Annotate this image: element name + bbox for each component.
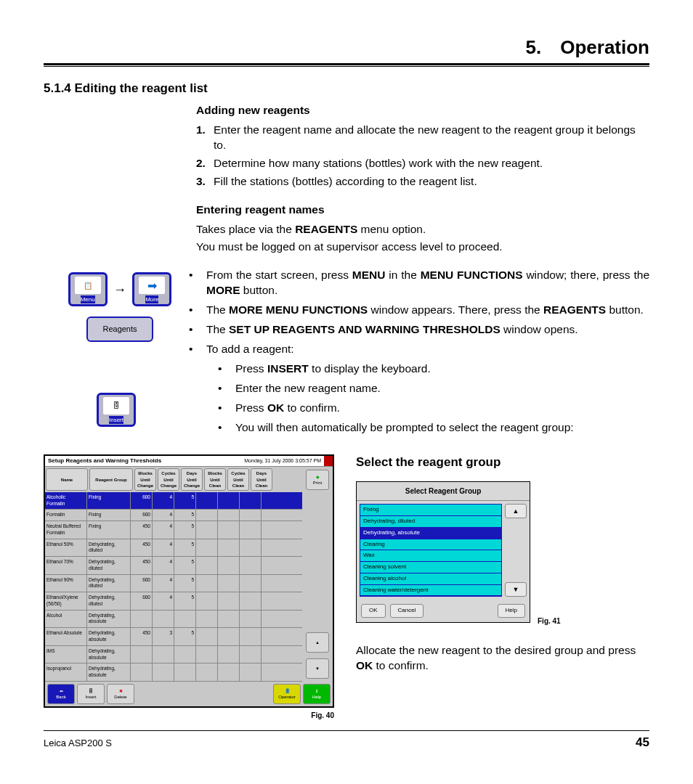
figure-40: Setup Reagents and Warning Thresholds Mo… [44, 454, 334, 721]
column-header[interactable]: Days Until Clean [251, 468, 272, 490]
list-item[interactable]: Cleaning water/detergent [360, 585, 501, 597]
scroll-down-button[interactable]: ▼ [306, 658, 329, 679]
arrow-icon: → [113, 282, 126, 297]
column-header[interactable]: Days Until Change [181, 468, 203, 490]
list-item[interactable]: Dehydrating, absolute [360, 528, 501, 539]
column-header[interactable]: Cycles Until Change [158, 468, 179, 490]
list-item[interactable]: Dehydrating, diluted [360, 516, 501, 528]
help-button[interactable]: ℹHelp [303, 684, 331, 704]
print-button[interactable]: ◆Print [306, 470, 329, 490]
paragraph-menu: Takes place via the REAGENTS menu option… [196, 222, 649, 237]
dialog-title: Select Reagent Group [357, 482, 530, 502]
step-3: Fill the stations (bottles) according to… [214, 174, 477, 189]
select-group-heading: Select the reagent group [356, 454, 649, 471]
section-heading: 5.1.4 Editing the reagent list [44, 81, 649, 96]
operator-button[interactable]: 👤Operator [273, 684, 301, 704]
figure-41-caption: Fig. 41 [538, 616, 561, 626]
window-title: Setup Reagents and Warning Thresholds [45, 456, 241, 467]
step-2: Determine how many stations (bottles) wo… [214, 156, 543, 171]
figure-41: Select Reagent Group FixingDehydrating, … [356, 481, 530, 624]
back-button[interactable]: ⬅Back [47, 684, 75, 704]
column-header[interactable]: Reagent Group [89, 468, 133, 490]
insert-icon: 🗄 [103, 397, 129, 415]
cancel-button[interactable]: Cancel [390, 604, 424, 618]
table-row[interactable]: FormalinFixing60045 [45, 510, 302, 521]
column-header[interactable]: Blocks Until Change [134, 468, 156, 490]
column-header[interactable]: Cycles Until Clean [227, 468, 249, 490]
ok-button[interactable]: OK [361, 604, 386, 618]
page-number: 45 [636, 735, 649, 750]
list-item[interactable]: Cleaning alcohol [360, 573, 501, 585]
table-row[interactable]: IsopropanolDehydrating, absolute [45, 663, 302, 682]
chapter-heading: 5. Operation [44, 36, 649, 59]
table-row[interactable]: Ethanol 50%Dehydrating, diluted45045 [45, 539, 302, 558]
table-row[interactable]: Ethanol/Xylene (50/50)Dehydrating, dilut… [45, 592, 302, 611]
step-1: Enter the reagent name and allocate the … [214, 123, 649, 153]
adding-steps: 1.Enter the reagent name and allocate th… [196, 123, 649, 189]
table-row[interactable]: AlcoholDehydrating, absolute [45, 611, 302, 629]
list-down-button[interactable]: ▼ [505, 582, 527, 597]
window-date: Monday, 31 July 2006 3:05:57 PM [241, 456, 324, 467]
figure-40-caption: Fig. 40 [44, 711, 334, 721]
nested-1: Press INSERT to display the keyboard. [235, 362, 431, 377]
delete-button[interactable]: ✖Delete [107, 684, 134, 704]
reagent-group-list[interactable]: FixingDehydrating, dilutedDehydrating, a… [360, 504, 502, 597]
close-icon[interactable] [324, 456, 333, 467]
more-button[interactable]: ➡ More [132, 272, 171, 306]
menu-button[interactable]: 📋 Menu [68, 272, 108, 306]
column-header[interactable]: Blocks Until Clean [204, 468, 226, 490]
subheading-adding: Adding new reagents [196, 103, 649, 118]
table-row[interactable]: IMSDehydrating, absolute [45, 646, 302, 664]
nested-3: Press OK to confirm. [235, 401, 340, 416]
table-row[interactable]: Neutral Buffered FormalinFixing45045 [45, 521, 302, 539]
paragraph-supervisor: You must be logged on at supervisor acce… [196, 240, 649, 255]
nested-2: Enter the new reagent name. [235, 381, 381, 396]
notepad-icon: 📋 [75, 277, 101, 294]
insert-button[interactable]: 🗄 Insert [97, 393, 136, 427]
table-row[interactable]: Ethanol 90%Dehydrating, diluted60045 [45, 575, 302, 593]
arrow-right-icon: ➡ [139, 277, 165, 294]
scroll-up-button[interactable]: ▲ [306, 632, 329, 653]
bullet-2: The MORE MENU FUNCTIONS window appears. … [206, 303, 644, 318]
rule-thin [44, 66, 649, 67]
allocate-paragraph: Allocate the new reagent to the desired … [356, 643, 649, 674]
list-item[interactable]: Wax [360, 550, 501, 562]
list-up-button[interactable]: ▲ [505, 504, 527, 518]
subheading-entering: Entering reagent names [196, 203, 649, 218]
bullet-3: The SET UP REAGENTS AND WARNING THRESHOL… [206, 322, 578, 338]
list-item[interactable]: Cleaning solvent [360, 562, 501, 573]
list-item[interactable]: Clearing [360, 539, 501, 551]
footer-product: Leica ASP200 S [44, 738, 112, 748]
table-row[interactable]: Ethanol 70%Dehydrating, diluted45045 [45, 557, 302, 575]
bullet-1: From the start screen, press MENU in the… [206, 268, 649, 298]
reagents-button[interactable]: Reagents [86, 317, 153, 342]
table-row[interactable]: Ethanol AbsoluteDehydrating, absolute450… [45, 628, 302, 646]
insert-footer-button[interactable]: 🗄Insert [77, 684, 105, 704]
table-row[interactable]: Alcoholic FormalinFixing60045 [45, 492, 302, 510]
nested-4: You will then automatically be prompted … [235, 420, 574, 436]
column-header[interactable]: Name [46, 468, 88, 490]
help-dialog-button[interactable]: Help [498, 604, 525, 618]
rule-thick [44, 63, 649, 65]
bullet-4: To add a reagent: [206, 342, 294, 357]
list-item[interactable]: Fixing [360, 505, 501, 516]
